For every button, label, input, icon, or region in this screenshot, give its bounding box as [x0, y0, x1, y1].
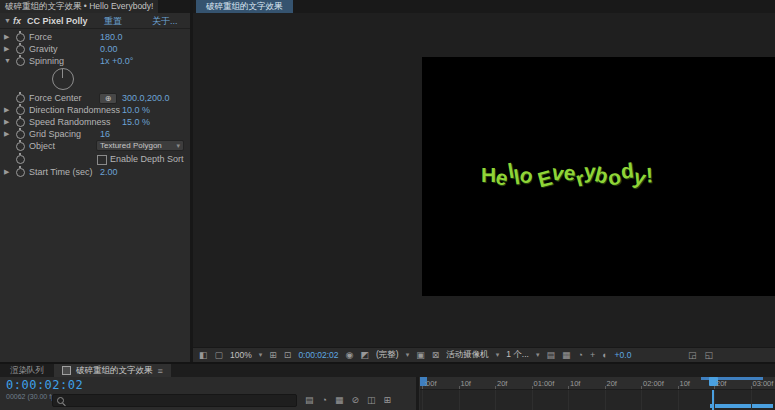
fast-preview-icon[interactable]: ▦: [562, 349, 571, 361]
stopwatch-icon[interactable]: [16, 118, 25, 127]
timeline-button-icon[interactable]: ◔: [577, 349, 582, 361]
property-row-spinning: ▼ Spinning 1x +0.0°: [0, 55, 190, 67]
property-row-start-time: ▶ Start Time (sec) 2.00: [0, 166, 190, 178]
timeline-splitter[interactable]: [416, 377, 419, 410]
stopwatch-icon[interactable]: [16, 45, 25, 54]
zoom-level[interactable]: 100%: [230, 350, 252, 360]
expand-arrow-icon[interactable]: ▶: [4, 43, 12, 55]
force-value[interactable]: 180.0: [100, 31, 123, 43]
expand-arrow-icon[interactable]: ▶: [4, 31, 12, 43]
composition-tab[interactable]: 破碎重组的文字效果: [196, 0, 293, 13]
chevron-down-icon[interactable]: ▾: [536, 351, 540, 359]
show-snapshot-icon[interactable]: ◩: [360, 349, 369, 361]
stopwatch-icon[interactable]: [16, 130, 25, 139]
force-center-label: Force Center: [29, 92, 82, 104]
stopwatch-icon[interactable]: [16, 168, 25, 177]
fx-badge-icon[interactable]: fx: [13, 14, 21, 28]
timeline-panel: 渲染队列 破碎重组的文字效果 ≡ 0:00:02:02 00062 (30.00…: [0, 362, 775, 410]
chevron-down-icon[interactable]: ▾: [406, 351, 410, 359]
stopwatch-icon[interactable]: [16, 155, 25, 164]
ruler-tick: [568, 386, 569, 389]
grid-guides-icon[interactable]: ⊞: [269, 349, 277, 361]
collapse-arrow-icon[interactable]: ▼: [4, 55, 12, 67]
timeline-body: 0:00:02:02 00062 (30.00 fps) ▤ ◔ ▦ ⊘ ◫ ⊞…: [0, 377, 775, 410]
comp-mini-flowchart-icon[interactable]: ▤: [305, 394, 314, 406]
spinning-dial[interactable]: [52, 68, 74, 90]
flowchart-icon[interactable]: +: [590, 349, 595, 361]
tab-render-queue[interactable]: 渲染队列: [0, 364, 54, 377]
transparency-grid-icon[interactable]: ⊠: [432, 349, 440, 361]
panel-menu-icon[interactable]: ≡: [158, 365, 163, 377]
magnify-region-icon[interactable]: ◧: [199, 349, 208, 361]
start-time-value[interactable]: 2.00: [100, 166, 118, 178]
tab-composition-timeline[interactable]: 破碎重组的文字效果 ≡: [54, 364, 171, 377]
composition-area: Hello Everybody!: [193, 13, 775, 348]
snapshot-icon[interactable]: ◉: [346, 349, 354, 361]
object-label: Object: [29, 140, 55, 152]
comp-mini-icon[interactable]: ◱: [704, 349, 713, 361]
draft-3d-icon[interactable]: ◔: [322, 394, 327, 406]
stopwatch-icon[interactable]: [16, 57, 25, 66]
screen-icon[interactable]: ▢: [215, 349, 224, 361]
speed-randomness-value[interactable]: 15.0 %: [122, 116, 150, 128]
gravity-value[interactable]: 0.00: [100, 43, 118, 55]
chevron-down-icon: ▾: [176, 141, 180, 150]
camera-view-select[interactable]: 活动摄像机: [446, 349, 489, 361]
resolution-select[interactable]: (完整): [376, 349, 399, 361]
reset-button[interactable]: 重置: [104, 14, 122, 28]
enable-depth-sort-checkbox[interactable]: [97, 155, 107, 165]
frame-blending-icon[interactable]: ⊘: [351, 394, 359, 406]
track-gridline: [714, 390, 715, 410]
stopwatch-icon[interactable]: [16, 33, 25, 42]
spinning-value[interactable]: 1x +0.0°: [100, 55, 133, 67]
direction-randomness-value[interactable]: 10.0 %: [122, 104, 150, 116]
expand-arrow-icon[interactable]: ▶: [4, 116, 12, 128]
composition-viewport[interactable]: Hello Everybody!: [422, 57, 775, 296]
search-icon: [57, 397, 64, 404]
ruler-tick: [714, 386, 715, 389]
start-time-label: Start Time (sec): [29, 166, 93, 178]
timeline-search-input[interactable]: [52, 394, 297, 407]
mini-flowchart-icon[interactable]: ◲: [688, 349, 697, 361]
effect-controls-panel: 破碎重组的文字效果 • Hello Everybody! ▼ fx CC Pix…: [0, 0, 193, 362]
property-row-object: Object Textured Polygon ▾: [0, 140, 190, 152]
expand-arrow-icon[interactable]: ▶: [4, 104, 12, 116]
comp-text: Hello Everybody!: [482, 163, 732, 187]
property-row-gravity: ▶ Gravity 0.00: [0, 43, 190, 55]
stopwatch-icon[interactable]: [16, 106, 25, 115]
track-gridline: [605, 390, 606, 410]
exposure-value[interactable]: +0.0: [615, 350, 632, 360]
graph-editor-icon[interactable]: ⊞: [384, 394, 392, 406]
viewer-timecode[interactable]: 0:00:02:02: [298, 350, 338, 360]
hide-shy-layers-icon[interactable]: ▦: [335, 394, 344, 406]
expand-arrow-icon[interactable]: ▶: [4, 128, 12, 140]
stopwatch-icon[interactable]: [16, 94, 25, 103]
about-button[interactable]: 关于...: [152, 14, 178, 28]
effect-controls-tab[interactable]: 破碎重组的文字效果 • Hello Everybody!: [0, 0, 158, 13]
mask-visibility-icon[interactable]: ⊡: [284, 349, 292, 361]
timeline-tab-label: 破碎重组的文字效果: [76, 364, 153, 377]
timeline-track-area[interactable]: [420, 390, 775, 410]
object-dropdown[interactable]: Textured Polygon ▾: [96, 140, 184, 151]
force-center-value[interactable]: 300.0,200.0: [122, 92, 170, 104]
chevron-down-icon[interactable]: ▾: [496, 351, 500, 359]
view-layout-select[interactable]: 1 个...: [506, 349, 529, 361]
expand-arrow-icon[interactable]: ▶: [4, 166, 12, 178]
force-center-crosshair-button[interactable]: ⊕: [99, 93, 117, 104]
ruler-tick: [641, 386, 642, 389]
ruler-label: 01:00f: [534, 379, 555, 388]
effect-name[interactable]: CC Pixel Polly: [27, 14, 88, 28]
chevron-down-icon[interactable]: ▾: [259, 351, 263, 359]
stopwatch-icon[interactable]: [16, 142, 25, 151]
pixel-aspect-icon[interactable]: ▤: [546, 349, 555, 361]
time-navigator[interactable]: [710, 404, 773, 408]
timeline-timecode[interactable]: 0:00:02:02: [6, 378, 83, 392]
time-ruler[interactable]: :00f10f20f01:00f10f20f02:00f10f20f03:00f: [420, 377, 775, 390]
collapse-arrow-icon[interactable]: ▼: [4, 14, 11, 28]
exposure-icon[interactable]: ◐: [602, 349, 607, 361]
motion-blur-icon[interactable]: ◫: [367, 394, 376, 406]
region-of-interest-icon[interactable]: ▣: [416, 349, 425, 361]
grid-spacing-value[interactable]: 16: [100, 128, 110, 140]
ruler-label: 10f: [680, 379, 690, 388]
property-row-force: ▶ Force 180.0: [0, 31, 190, 43]
